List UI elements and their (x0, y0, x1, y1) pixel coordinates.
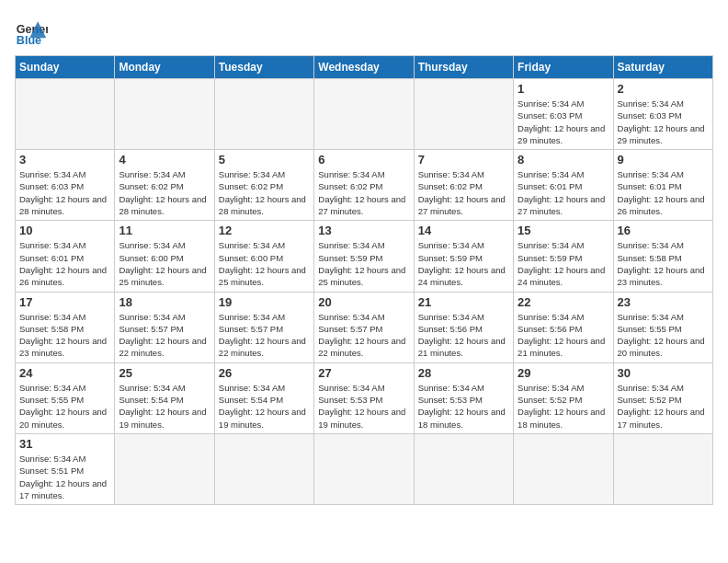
day-number: 30 (618, 366, 709, 380)
day-info: Sunrise: 5:34 AM Sunset: 5:54 PM Dayligh… (219, 382, 310, 431)
logo-icon: General Blue (15, 15, 48, 48)
day-info: Sunrise: 5:34 AM Sunset: 6:02 PM Dayligh… (119, 168, 210, 217)
day-info: Sunrise: 5:34 AM Sunset: 5:58 PM Dayligh… (19, 311, 110, 360)
day-info: Sunrise: 5:34 AM Sunset: 5:52 PM Dayligh… (518, 382, 609, 431)
calendar-cell (514, 433, 613, 504)
calendar-cell: 8Sunrise: 5:34 AM Sunset: 6:01 PM Daylig… (514, 150, 613, 221)
calendar-cell (613, 433, 712, 504)
calendar-cell (414, 79, 513, 150)
calendar-cell: 31Sunrise: 5:34 AM Sunset: 5:51 PM Dayli… (16, 433, 115, 504)
calendar-cell: 13Sunrise: 5:34 AM Sunset: 5:59 PM Dayli… (314, 221, 414, 292)
day-info: Sunrise: 5:34 AM Sunset: 5:53 PM Dayligh… (418, 382, 509, 431)
calendar-cell: 16Sunrise: 5:34 AM Sunset: 5:58 PM Dayli… (613, 221, 712, 292)
day-number: 25 (119, 366, 210, 380)
calendar-cell (16, 79, 115, 150)
day-info: Sunrise: 5:34 AM Sunset: 5:57 PM Dayligh… (219, 311, 310, 360)
calendar-cell (115, 433, 214, 504)
weekday-header-wednesday: Wednesday (314, 56, 414, 79)
day-number: 12 (219, 224, 310, 237)
day-info: Sunrise: 5:34 AM Sunset: 5:59 PM Dayligh… (518, 239, 609, 288)
day-info: Sunrise: 5:34 AM Sunset: 5:53 PM Dayligh… (318, 382, 409, 431)
day-number: 9 (618, 153, 709, 167)
calendar-cell: 6Sunrise: 5:34 AM Sunset: 6:02 PM Daylig… (314, 150, 414, 221)
calendar-cell: 11Sunrise: 5:34 AM Sunset: 6:00 PM Dayli… (115, 221, 214, 292)
calendar-cell: 29Sunrise: 5:34 AM Sunset: 5:52 PM Dayli… (514, 362, 613, 433)
day-info: Sunrise: 5:34 AM Sunset: 5:55 PM Dayligh… (19, 382, 110, 431)
day-number: 2 (618, 82, 709, 96)
calendar-cell (314, 79, 414, 150)
calendar-week-row: 10Sunrise: 5:34 AM Sunset: 6:01 PM Dayli… (16, 221, 713, 292)
day-info: Sunrise: 5:34 AM Sunset: 6:01 PM Dayligh… (518, 168, 609, 217)
calendar-cell: 15Sunrise: 5:34 AM Sunset: 5:59 PM Dayli… (514, 221, 613, 292)
day-number: 21 (418, 295, 509, 309)
day-info: Sunrise: 5:34 AM Sunset: 5:59 PM Dayligh… (418, 239, 509, 288)
calendar-cell: 5Sunrise: 5:34 AM Sunset: 6:02 PM Daylig… (214, 150, 313, 221)
calendar-cell: 10Sunrise: 5:34 AM Sunset: 6:01 PM Dayli… (16, 221, 115, 292)
weekday-header-tuesday: Tuesday (214, 56, 313, 79)
calendar-week-row: 1Sunrise: 5:34 AM Sunset: 6:03 PM Daylig… (16, 79, 713, 150)
weekday-header-sunday: Sunday (16, 56, 115, 79)
day-number: 18 (119, 295, 210, 309)
day-number: 3 (19, 153, 110, 167)
day-number: 8 (518, 153, 609, 167)
calendar-cell (214, 433, 313, 504)
calendar-cell: 20Sunrise: 5:34 AM Sunset: 5:57 PM Dayli… (314, 292, 414, 362)
calendar-cell (314, 433, 414, 504)
day-info: Sunrise: 5:34 AM Sunset: 5:52 PM Dayligh… (618, 382, 709, 431)
day-info: Sunrise: 5:34 AM Sunset: 6:03 PM Dayligh… (618, 98, 709, 146)
day-number: 5 (219, 153, 310, 167)
day-info: Sunrise: 5:34 AM Sunset: 6:00 PM Dayligh… (219, 239, 310, 288)
page-header: General Blue (15, 15, 713, 48)
calendar-cell: 9Sunrise: 5:34 AM Sunset: 6:01 PM Daylig… (613, 150, 712, 221)
calendar-week-row: 24Sunrise: 5:34 AM Sunset: 5:55 PM Dayli… (16, 362, 713, 433)
day-info: Sunrise: 5:34 AM Sunset: 6:02 PM Dayligh… (219, 168, 310, 217)
day-info: Sunrise: 5:34 AM Sunset: 5:55 PM Dayligh… (618, 311, 709, 360)
day-number: 13 (318, 224, 409, 237)
day-info: Sunrise: 5:34 AM Sunset: 5:58 PM Dayligh… (618, 239, 709, 288)
calendar-cell: 24Sunrise: 5:34 AM Sunset: 5:55 PM Dayli… (16, 362, 115, 433)
day-number: 4 (119, 153, 210, 167)
calendar-week-row: 3Sunrise: 5:34 AM Sunset: 6:03 PM Daylig… (16, 150, 713, 221)
calendar-cell (214, 79, 313, 150)
calendar-cell: 25Sunrise: 5:34 AM Sunset: 5:54 PM Dayli… (115, 362, 214, 433)
calendar-cell: 30Sunrise: 5:34 AM Sunset: 5:52 PM Dayli… (613, 362, 712, 433)
weekday-header-row: SundayMondayTuesdayWednesdayThursdayFrid… (16, 56, 713, 79)
day-info: Sunrise: 5:34 AM Sunset: 5:54 PM Dayligh… (119, 382, 210, 431)
day-number: 31 (19, 437, 110, 451)
weekday-header-saturday: Saturday (613, 56, 712, 79)
calendar-week-row: 31Sunrise: 5:34 AM Sunset: 5:51 PM Dayli… (16, 433, 713, 504)
day-number: 19 (219, 295, 310, 309)
calendar-cell (115, 79, 214, 150)
day-info: Sunrise: 5:34 AM Sunset: 6:03 PM Dayligh… (518, 98, 609, 146)
day-number: 26 (219, 366, 310, 380)
calendar-cell: 7Sunrise: 5:34 AM Sunset: 6:02 PM Daylig… (414, 150, 513, 221)
calendar-cell: 23Sunrise: 5:34 AM Sunset: 5:55 PM Dayli… (613, 292, 712, 362)
calendar-cell: 2Sunrise: 5:34 AM Sunset: 6:03 PM Daylig… (613, 79, 712, 150)
day-number: 6 (318, 153, 409, 167)
day-info: Sunrise: 5:34 AM Sunset: 6:03 PM Dayligh… (19, 168, 110, 217)
day-info: Sunrise: 5:34 AM Sunset: 6:00 PM Dayligh… (119, 239, 210, 288)
logo: General Blue (15, 15, 48, 48)
calendar-cell: 3Sunrise: 5:34 AM Sunset: 6:03 PM Daylig… (16, 150, 115, 221)
day-info: Sunrise: 5:34 AM Sunset: 5:59 PM Dayligh… (318, 239, 409, 288)
calendar-cell: 26Sunrise: 5:34 AM Sunset: 5:54 PM Dayli… (214, 362, 313, 433)
weekday-header-friday: Friday (514, 56, 613, 79)
calendar-cell (414, 433, 513, 504)
calendar-cell: 22Sunrise: 5:34 AM Sunset: 5:56 PM Dayli… (514, 292, 613, 362)
day-number: 14 (418, 224, 509, 237)
calendar-cell: 17Sunrise: 5:34 AM Sunset: 5:58 PM Dayli… (16, 292, 115, 362)
calendar-cell: 4Sunrise: 5:34 AM Sunset: 6:02 PM Daylig… (115, 150, 214, 221)
calendar-cell: 12Sunrise: 5:34 AM Sunset: 6:00 PM Dayli… (214, 221, 313, 292)
day-info: Sunrise: 5:34 AM Sunset: 5:57 PM Dayligh… (318, 311, 409, 360)
calendar-cell: 14Sunrise: 5:34 AM Sunset: 5:59 PM Dayli… (414, 221, 513, 292)
day-number: 11 (119, 224, 210, 237)
day-number: 7 (418, 153, 509, 167)
day-number: 28 (418, 366, 509, 380)
calendar-cell: 28Sunrise: 5:34 AM Sunset: 5:53 PM Dayli… (414, 362, 513, 433)
weekday-header-monday: Monday (115, 56, 214, 79)
calendar-cell: 27Sunrise: 5:34 AM Sunset: 5:53 PM Dayli… (314, 362, 414, 433)
weekday-header-thursday: Thursday (414, 56, 513, 79)
day-number: 29 (518, 366, 609, 380)
day-number: 27 (318, 366, 409, 380)
calendar-week-row: 17Sunrise: 5:34 AM Sunset: 5:58 PM Dayli… (16, 292, 713, 362)
